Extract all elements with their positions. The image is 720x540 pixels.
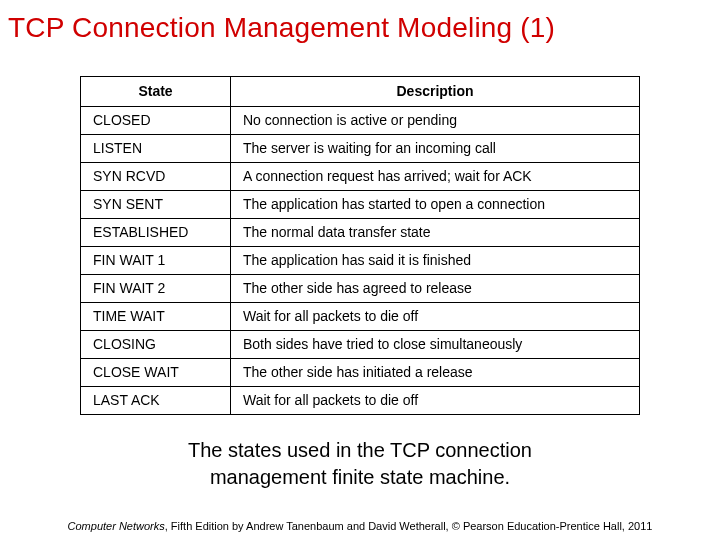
states-table-container: State Description CLOSED No connection i… <box>80 76 640 415</box>
slide-footer: Computer Networks, Fifth Edition by Andr… <box>0 520 720 532</box>
caption-line-1: The states used in the TCP connection <box>188 439 532 461</box>
table-row: CLOSING Both sides have tried to close s… <box>81 331 640 359</box>
footer-book-title: Computer Networks <box>68 520 165 532</box>
footer-attribution: , Fifth Edition by Andrew Tanenbaum and … <box>165 520 653 532</box>
table-row: TIME WAIT Wait for all packets to die of… <box>81 303 640 331</box>
caption-line-2: management finite state machine. <box>210 466 510 488</box>
description-cell: The other side has initiated a release <box>231 359 640 387</box>
state-cell: CLOSED <box>81 107 231 135</box>
table-row: CLOSED No connection is active or pendin… <box>81 107 640 135</box>
state-cell: FIN WAIT 2 <box>81 275 231 303</box>
description-cell: The normal data transfer state <box>231 219 640 247</box>
state-cell: LISTEN <box>81 135 231 163</box>
state-cell: CLOSING <box>81 331 231 359</box>
state-cell: ESTABLISHED <box>81 219 231 247</box>
state-cell: LAST ACK <box>81 387 231 415</box>
states-table: State Description CLOSED No connection i… <box>80 76 640 415</box>
description-cell: Wait for all packets to die off <box>231 387 640 415</box>
table-row: FIN WAIT 2 The other side has agreed to … <box>81 275 640 303</box>
description-cell: The application has started to open a co… <box>231 191 640 219</box>
description-cell: The other side has agreed to release <box>231 275 640 303</box>
table-row: ESTABLISHED The normal data transfer sta… <box>81 219 640 247</box>
state-cell: CLOSE WAIT <box>81 359 231 387</box>
state-cell: FIN WAIT 1 <box>81 247 231 275</box>
slide-caption: The states used in the TCP connection ma… <box>0 437 720 491</box>
table-row: LAST ACK Wait for all packets to die off <box>81 387 640 415</box>
table-row: LISTEN The server is waiting for an inco… <box>81 135 640 163</box>
description-cell: A connection request has arrived; wait f… <box>231 163 640 191</box>
table-row: CLOSE WAIT The other side has initiated … <box>81 359 640 387</box>
state-cell: SYN SENT <box>81 191 231 219</box>
description-cell: Wait for all packets to die off <box>231 303 640 331</box>
state-cell: SYN RCVD <box>81 163 231 191</box>
slide-title: TCP Connection Management Modeling (1) <box>0 0 720 44</box>
description-cell: The application has said it is finished <box>231 247 640 275</box>
description-cell: No connection is active or pending <box>231 107 640 135</box>
state-cell: TIME WAIT <box>81 303 231 331</box>
table-row: SYN SENT The application has started to … <box>81 191 640 219</box>
description-cell: The server is waiting for an incoming ca… <box>231 135 640 163</box>
description-cell: Both sides have tried to close simultane… <box>231 331 640 359</box>
header-description: Description <box>231 77 640 107</box>
table-header-row: State Description <box>81 77 640 107</box>
table-row: SYN RCVD A connection request has arrive… <box>81 163 640 191</box>
header-state: State <box>81 77 231 107</box>
table-row: FIN WAIT 1 The application has said it i… <box>81 247 640 275</box>
